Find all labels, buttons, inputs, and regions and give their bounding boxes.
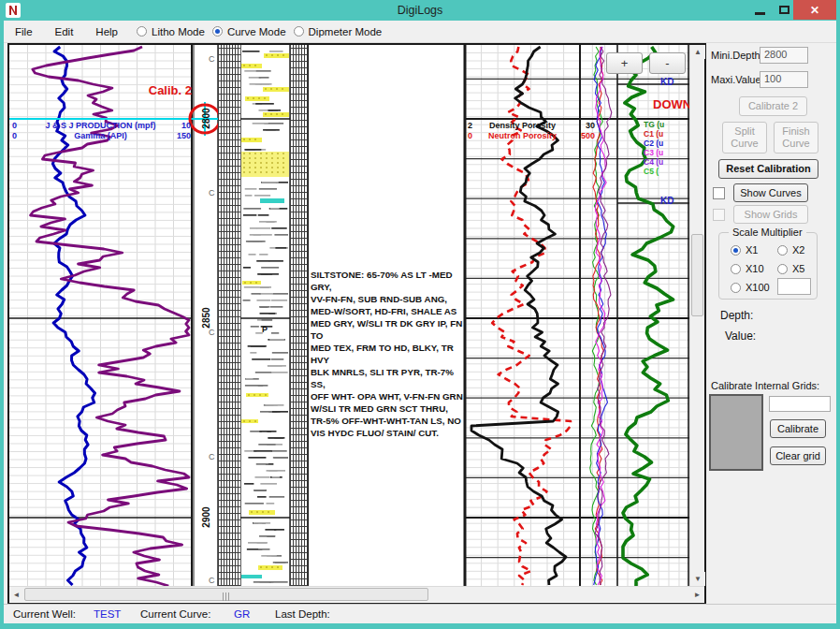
grid-value-input[interactable] xyxy=(769,396,831,412)
gas-curve-label: C2 (u xyxy=(644,139,689,148)
close-button[interactable]: ✕ xyxy=(793,0,836,20)
gas-curve-label: TG (u xyxy=(644,120,689,129)
maximize-button[interactable] xyxy=(773,0,795,20)
calibrate-grids-label: Calibrate Internal Grids: xyxy=(711,380,819,391)
show-grids-checkbox[interactable] xyxy=(713,209,725,221)
mini-depth-field[interactable]: 2800 xyxy=(760,47,808,64)
title-bar[interactable]: DigiLogs ✕ xyxy=(0,0,840,21)
gas-curve-label: C3 (u xyxy=(644,148,689,157)
gamma2-scale-max: 150 xyxy=(165,131,191,140)
horizontal-scrollbar[interactable]: ◄ ► xyxy=(9,586,704,602)
neutron-curve-label: Neutron Porosity xyxy=(465,131,580,140)
current-well-value: TEST xyxy=(94,608,121,620)
calibration-annotation: Calib. 2 xyxy=(112,83,192,97)
radio-icon xyxy=(137,26,147,37)
clear-grid-button[interactable]: Clear grid xyxy=(770,446,826,465)
calibrate2-button[interactable]: Calibrate 2 xyxy=(739,96,807,116)
scale-x100-label: X100 xyxy=(746,282,770,293)
minimize-icon xyxy=(755,12,765,15)
radio-icon xyxy=(294,26,304,37)
scroll-left-icon[interactable]: ◄ xyxy=(9,588,23,602)
maxi-value-field[interactable]: 100 xyxy=(760,71,808,88)
radio-icon xyxy=(777,245,788,256)
litho-p-symbol: P xyxy=(262,325,268,334)
split-curve-button[interactable]: Split Curve xyxy=(722,122,767,154)
scale-custom-input[interactable] xyxy=(777,278,811,295)
horizontal-scroll-thumb[interactable] xyxy=(24,588,428,601)
kd-marker-label-2: KD xyxy=(660,196,673,206)
radio-icon xyxy=(731,264,741,274)
radio-checked-icon xyxy=(731,245,741,256)
zoom-in-button[interactable]: + xyxy=(606,52,643,74)
current-well-label: Current Well: xyxy=(13,608,76,620)
scroll-up-icon[interactable]: ▲ xyxy=(690,45,705,59)
kd-marker-label: KD xyxy=(660,77,673,87)
menu-file[interactable]: File xyxy=(4,26,44,37)
gas-curve-legend: TG (uC1 (uC2 (uC3 (uC4 (uC5 ( xyxy=(644,120,689,176)
mode-litho[interactable]: Litho Mode xyxy=(137,26,205,37)
scale-x5-label: X5 xyxy=(792,263,804,274)
vertical-scroll-thumb[interactable] xyxy=(691,234,703,316)
menu-help[interactable]: Help xyxy=(84,26,129,37)
show-curves-checkbox[interactable] xyxy=(713,187,725,199)
scroll-right-icon[interactable]: ► xyxy=(690,588,704,602)
lithology-description: SILTSTONE: 65-70% AS LT -MED GRY, VV-FN-… xyxy=(311,269,465,439)
mini-depth-label: Mini.Depth xyxy=(711,50,760,61)
scroll-grip xyxy=(223,592,231,601)
menu-edit[interactable]: Edit xyxy=(44,26,85,37)
c-mark: C xyxy=(209,188,215,197)
mode-curve-label: Curve Mode xyxy=(227,26,286,37)
scale-x1-radio[interactable]: X1 xyxy=(731,244,758,256)
depth-label: 2900 xyxy=(201,499,211,536)
current-curve-label: Current Curve: xyxy=(140,608,210,620)
mode-litho-label: Litho Mode xyxy=(152,26,205,37)
vertical-scrollbar[interactable]: ▲ ▼ xyxy=(689,45,704,586)
density-curve-label: Density Porosity xyxy=(465,121,580,130)
scroll-down-icon[interactable]: ▼ xyxy=(690,572,705,586)
c-mark: C xyxy=(209,54,215,64)
mode-curve[interactable]: Curve Mode xyxy=(212,26,286,37)
maximize-icon xyxy=(779,6,789,14)
gas-curve-label: C5 ( xyxy=(644,167,689,176)
gamma-track-title: J & S J PRODUCTION (mpf) xyxy=(9,121,192,130)
maxi-value-label: Maxi.Value xyxy=(711,74,761,85)
last-depth-label: Last Depth: xyxy=(275,608,330,620)
zoom-out-button[interactable]: - xyxy=(649,52,686,74)
radio-icon xyxy=(731,283,741,293)
scale-x10-radio[interactable]: X10 xyxy=(731,263,764,274)
finish-curve-button[interactable]: Finish Curve xyxy=(774,122,818,154)
calibrate-button[interactable]: Calibrate xyxy=(770,419,826,438)
reset-calibration-button[interactable]: Reset Calibration xyxy=(718,159,818,179)
c-mark: C xyxy=(209,328,215,337)
depth-readout-label: Depth: xyxy=(720,309,753,322)
c-mark: C xyxy=(209,452,215,461)
show-curves-button[interactable]: Show Curves xyxy=(733,183,808,202)
grid-preview-box[interactable] xyxy=(709,394,763,471)
scale-x1-label: X1 xyxy=(746,244,758,256)
c-mark: C xyxy=(209,576,215,585)
scale-x5-radio[interactable]: X5 xyxy=(777,263,804,274)
scale-multiplier-title: Scale Multiplier xyxy=(729,227,806,238)
gas-curve-label: C4 (u xyxy=(644,157,689,167)
scale-x2-radio[interactable]: X2 xyxy=(777,244,804,256)
minimize-button[interactable] xyxy=(748,0,771,20)
mode-dipmeter[interactable]: Dipmeter Mode xyxy=(294,26,383,37)
window-title: DigiLogs xyxy=(0,4,840,17)
scale-x10-label: X10 xyxy=(746,263,764,274)
down-annotation: DOWN xyxy=(653,97,690,111)
density-scale-max: 30 xyxy=(569,121,595,130)
gas-curve-label: C1 (u xyxy=(644,129,689,139)
menu-bar: File Edit Help Litho Mode Curve Mode Dip… xyxy=(4,21,836,43)
current-curve-value: GR xyxy=(234,608,250,620)
scale-x100-radio[interactable]: X100 xyxy=(731,282,770,293)
show-grids-button[interactable]: Show Grids xyxy=(733,205,808,224)
scale-multiplier-group: Scale Multiplier X1 X2 X10 X5 X100 xyxy=(718,232,818,300)
status-bar: Current Well: TEST Current Curve: GR Las… xyxy=(4,604,836,623)
litho-hatch-right xyxy=(290,45,308,586)
radio-icon xyxy=(777,264,788,274)
radio-checked-icon xyxy=(212,26,223,37)
mode-dipmeter-label: Dipmeter Mode xyxy=(309,26,383,37)
value-readout-label: Value: xyxy=(725,329,756,343)
neutron-scale-max: 500 xyxy=(567,131,595,140)
app-window: { "window": { "title": "DigiLogs", "clos… xyxy=(0,0,840,629)
